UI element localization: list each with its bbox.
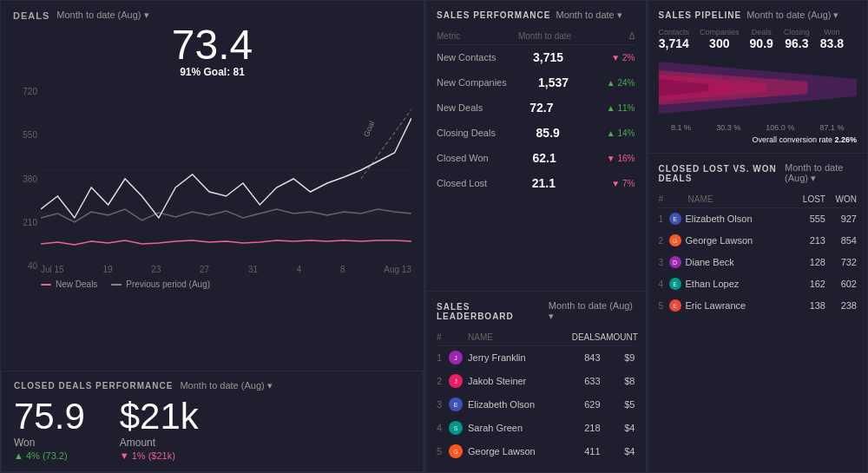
pipeline-won-label: Won (820, 28, 844, 36)
y-label-210: 210 (13, 218, 37, 227)
right-panel: SALES PIPELINE Month to date (Aug) ▾ Con… (648, 0, 868, 473)
deals-period-selector[interactable]: Month to date (Aug) ▾ (56, 10, 148, 21)
lb-amount: $4 (601, 423, 635, 433)
amount-value: $21k (120, 398, 199, 435)
clvw-col-name: NAME (688, 194, 794, 204)
table-row: Closing Deals 85.9 ▲ 14% (437, 121, 635, 146)
deals-goal-value: 81 (233, 66, 245, 78)
y-label-720: 720 (13, 87, 37, 96)
perf-metric-change: ▼ 2% (600, 53, 635, 62)
pipeline-deals-value: 90.9 (750, 36, 773, 50)
clvw-name: Eric Lawrance (686, 300, 794, 311)
lb-deals: 843 (566, 352, 601, 363)
lb-deals: 633 (566, 376, 601, 386)
x-label-31: 31 (248, 265, 258, 274)
table-row: Closed Lost 21.1 ▼ 7% (437, 171, 635, 196)
won-change: ▲ 4% (73.2) (14, 450, 85, 461)
sales-perf-period[interactable]: Month to date ▾ (556, 10, 621, 21)
perf-metric-value: 72.7 (529, 101, 553, 115)
funnel-pct-1: 8.1 % (671, 123, 691, 132)
clvw-name: Ethan Lopez (686, 279, 794, 289)
clvw-rank: 1 (659, 214, 669, 224)
clvw-rank: 2 (659, 236, 669, 246)
deals-chart-area: 720 550 380 210 40 (13, 83, 411, 274)
deals-header: DEALS Month to date (Aug) ▾ (13, 10, 411, 21)
lb-table-header: # NAME DEALS AMOUNT (437, 329, 635, 346)
lb-name: Jakob Steiner (468, 376, 565, 386)
perf-metric-change: ▲ 24% (600, 78, 635, 88)
avatar: D (669, 256, 681, 268)
lb-name: Sarah Green (468, 423, 565, 433)
clvw-lost: 128 (794, 257, 825, 267)
lb-rank: 3 (437, 399, 449, 410)
clvw-name: George Lawson (686, 235, 794, 246)
clvw-won: 602 (825, 279, 857, 289)
list-item: 4 E Ethan Lopez 162 602 (659, 273, 857, 295)
clvw-period[interactable]: Month to date (Aug) ▾ (785, 162, 857, 184)
y-label-380: 380 (13, 174, 37, 184)
lb-rank: 4 (437, 423, 449, 433)
x-label-27: 27 (200, 265, 209, 274)
lb-amount: $5 (601, 399, 635, 410)
lb-table-body: 1 J Jerry Franklin 843 $9 2 J Jakob Stei… (437, 346, 635, 463)
perf-metric-change: ▼ 7% (600, 179, 635, 188)
y-label-40: 40 (13, 261, 37, 271)
deals-chart-svg: Goal (41, 83, 411, 257)
chart-legend: New Deals Previous period (Aug) (13, 279, 411, 289)
closed-deals-period[interactable]: Month to date (Aug) ▾ (180, 380, 272, 391)
lb-rank: 1 (437, 352, 449, 363)
perf-metric-name: New Companies (437, 77, 507, 88)
pipeline-stat-won: Won 83.8 (820, 28, 844, 50)
pipeline-period[interactable]: Month to date (Aug) ▾ (746, 10, 838, 21)
won-value: 75.9 (14, 398, 85, 435)
list-item: 5 E Eric Lawrance 138 238 (659, 295, 857, 317)
leaderboard-period[interactable]: Month to date (Aug) ▾ (549, 300, 635, 322)
y-axis-labels: 720 550 380 210 40 (13, 83, 37, 274)
lb-amount: $9 (601, 352, 635, 363)
perf-metric-change: ▲ 14% (600, 128, 635, 138)
perf-metric-value: 21.1 (532, 176, 556, 190)
deals-title: DEALS (13, 10, 49, 21)
won-metric: 75.9 Won ▲ 4% (73.2) (14, 398, 85, 461)
perf-metric-value: 3,715 (533, 50, 563, 64)
x-label-19: 19 (102, 265, 112, 274)
clvw-rank: 4 (659, 279, 669, 289)
list-item: 1 J Jerry Franklin 843 $9 (437, 346, 635, 370)
perf-metric-value: 62.1 (532, 151, 556, 165)
clvw-header: CLOSED LOST VS. WON DEALS Month to date … (659, 162, 857, 184)
closed-deals-title: CLOSED DEALS PERFORMANCE (14, 381, 173, 391)
clvw-won: 238 (825, 300, 857, 311)
list-item: 3 E Elizabeth Olson 629 $5 (437, 393, 635, 417)
left-panel: DEALS Month to date (Aug) ▾ 73.4 91% Goa… (0, 0, 424, 473)
pipeline-companies-label: Companies (700, 28, 740, 36)
pipeline-stat-companies: Companies 300 (700, 28, 740, 50)
lb-amount: $8 (601, 376, 635, 386)
clvw-col-rank: # (659, 194, 669, 204)
pipeline-section: SALES PIPELINE Month to date (Aug) ▾ Con… (648, 1, 867, 154)
lb-col-name: NAME (468, 332, 565, 342)
funnel-pct-3: 106.0 % (766, 123, 794, 132)
clvw-lost: 555 (794, 214, 825, 224)
lb-name: George Lawson (468, 446, 565, 457)
middle-panel: SALES PERFORMANCE Month to date ▾ Metric… (425, 0, 646, 473)
pipeline-stat-closing: Closing 96.3 (784, 28, 810, 50)
clvw-won: 854 (825, 235, 857, 246)
clvw-col-lost: LOST (794, 194, 825, 204)
legend-previous-label: Previous period (Aug) (126, 279, 210, 289)
amount-label: Amount (120, 437, 199, 449)
deals-big-number: 73.4 (13, 24, 411, 66)
lb-deals: 411 (566, 446, 601, 457)
amount-metric: $21k Amount ▼ 1% ($21k) (120, 398, 199, 461)
legend-previous: Previous period (Aug) (111, 279, 210, 289)
pipeline-closing-value: 96.3 (784, 36, 810, 50)
pipeline-won-value: 83.8 (820, 36, 844, 50)
avatar: G (669, 234, 681, 246)
avatar: G (449, 444, 463, 458)
overall-conversion: Overall conversion rate 2.26% (659, 135, 857, 144)
deals-goal-pct: 91% (180, 66, 201, 78)
perf-metric-name: Closing Deals (437, 128, 496, 138)
lb-table: # NAME DEALS AMOUNT 1 J Jerry Franklin 8… (437, 329, 635, 463)
x-label-aug13: Aug 13 (384, 265, 411, 274)
lb-name: Elizabeth Olson (468, 399, 565, 410)
conversion-value: 2.26% (834, 135, 857, 144)
